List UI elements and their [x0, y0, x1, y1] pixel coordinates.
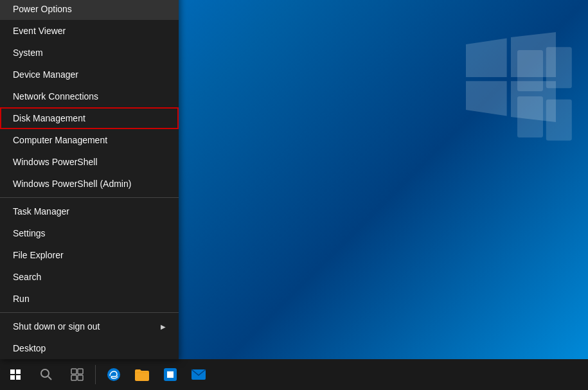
context-menu-item-windows-powershell[interactable]: Windows PowerShell: [0, 151, 179, 173]
svg-point-8: [41, 369, 49, 377]
menu-item-label-task-manager: Task Manager: [13, 206, 69, 217]
context-menu-item-run[interactable]: Run: [0, 288, 179, 310]
context-menu-item-windows-powershell-admin[interactable]: Windows PowerShell (Admin): [0, 173, 179, 195]
svg-rect-12: [71, 375, 76, 380]
menu-item-label-windows-powershell-admin: Windows PowerShell (Admin): [13, 179, 131, 189]
svg-marker-0: [466, 39, 507, 77]
svg-rect-10: [71, 369, 76, 374]
start-button[interactable]: [3, 362, 28, 387]
taskbar-edge-button[interactable]: [101, 362, 127, 387]
edge-icon: [106, 367, 121, 382]
context-menu-item-shut-down-sign-out[interactable]: Shut down or sign out▶: [0, 315, 179, 337]
menu-item-label-windows-powershell: Windows PowerShell: [13, 157, 98, 167]
desktop: Apps and FeaturesPower OptionsEvent View…: [0, 0, 588, 390]
taskbar-file-explorer-button[interactable]: [129, 362, 155, 387]
menu-divider: [0, 312, 179, 313]
svg-rect-11: [78, 369, 83, 374]
svg-rect-7: [546, 100, 572, 141]
menu-item-label-disk-management: Disk Management: [13, 113, 85, 123]
svg-rect-5: [546, 47, 572, 88]
menu-item-label-run: Run: [13, 294, 30, 304]
desktop-logo-outline: [511, 45, 575, 148]
context-menu-item-task-manager[interactable]: Task Manager: [0, 200, 179, 222]
context-menu: Apps and FeaturesPower OptionsEvent View…: [0, 0, 179, 359]
menu-item-label-desktop: Desktop: [13, 343, 46, 353]
context-menu-item-network-connections[interactable]: Network Connections: [0, 85, 179, 107]
svg-marker-2: [466, 81, 507, 116]
menu-item-label-shut-down-sign-out: Shut down or sign out: [13, 321, 100, 332]
taskbar-store-button[interactable]: [157, 362, 183, 387]
context-menu-item-settings[interactable]: Settings: [0, 222, 179, 244]
taskbar-mail-button[interactable]: [186, 362, 211, 387]
context-menu-item-disk-management[interactable]: Disk Management: [0, 107, 179, 129]
menu-item-label-network-connections: Network Connections: [13, 91, 98, 102]
file-explorer-icon: [134, 368, 150, 382]
menu-item-label-power-options: Power Options: [13, 4, 72, 14]
context-menu-item-desktop[interactable]: Desktop: [0, 337, 179, 359]
windows-logo-icon: [10, 369, 21, 380]
menu-item-label-file-explorer: File Explorer: [13, 250, 64, 260]
context-menu-item-event-viewer[interactable]: Event Viewer: [0, 20, 179, 42]
menu-item-label-device-manager: Device Manager: [13, 69, 78, 80]
context-menu-item-file-explorer[interactable]: File Explorer: [0, 244, 179, 266]
menu-item-label-system: System: [13, 48, 43, 58]
menu-divider: [0, 197, 179, 198]
store-icon: [163, 368, 177, 382]
taskbar-task-view-button[interactable]: [64, 362, 90, 387]
taskbar-search-button[interactable]: [31, 362, 62, 387]
svg-rect-4: [517, 50, 543, 91]
taskbar-divider-1: [95, 365, 96, 384]
svg-line-9: [48, 377, 51, 380]
context-menu-item-system[interactable]: System: [0, 42, 179, 64]
svg-rect-6: [517, 96, 543, 137]
menu-item-label-settings: Settings: [13, 228, 46, 238]
menu-item-label-computer-management: Computer Management: [13, 135, 107, 145]
mail-icon: [191, 369, 206, 380]
menu-item-label-search: Search: [13, 272, 41, 282]
context-menu-item-search[interactable]: Search: [0, 266, 179, 288]
taskbar: [0, 359, 588, 390]
svg-point-14: [107, 368, 120, 381]
chevron-right-icon: ▶: [161, 323, 166, 330]
svg-rect-16: [170, 371, 174, 374]
search-icon: [40, 368, 53, 381]
context-menu-item-computer-management[interactable]: Computer Management: [0, 129, 179, 151]
context-menu-item-power-options[interactable]: Power Options: [0, 0, 179, 20]
context-menu-item-device-manager[interactable]: Device Manager: [0, 64, 179, 85]
svg-rect-13: [78, 375, 83, 380]
task-view-icon: [71, 368, 84, 381]
menu-item-label-event-viewer: Event Viewer: [13, 26, 66, 36]
